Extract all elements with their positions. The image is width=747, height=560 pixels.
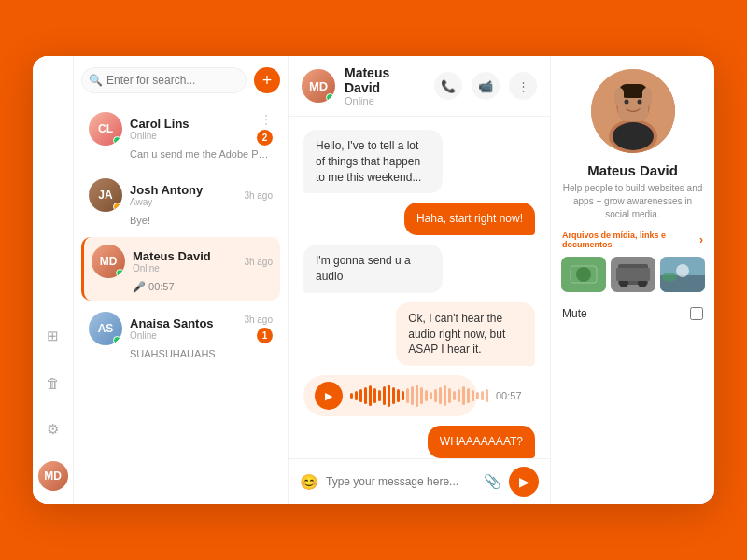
input-area: 😊 📎 ▶ (289, 458, 550, 504)
svg-point-5 (613, 122, 654, 150)
chat-meta-mateus: 3h ago (244, 257, 273, 267)
svg-rect-18 (616, 268, 650, 281)
profile-avatar (591, 69, 675, 153)
svg-point-7 (637, 100, 641, 105)
message-bubble-1: Hello, I've to tell a lot of things that… (303, 130, 443, 193)
chat-panel: MD Mateus David Online 📞 📹 ⋮ Hello, I've… (289, 56, 551, 504)
message-audio: ▶ 00:57 (303, 375, 535, 416)
profile-panel: Mateus David Help people to build websit… (551, 56, 714, 504)
thumb-svg-3 (660, 257, 705, 292)
icon-bar: ⊞ 🗑 ⚙ MD (33, 56, 74, 504)
audio-player: ▶ 00:57 (303, 375, 477, 416)
media-thumb-1 (561, 257, 606, 292)
media-link[interactable]: Arquivos de mídia, links e documentos › (562, 231, 703, 249)
chat-info-anaisa: Anaisa Santos Online (130, 316, 236, 341)
svg-rect-10 (642, 88, 652, 106)
message-5: WHAAAAAAAT? (303, 426, 535, 458)
more-icon-carol[interactable]: ⋮ (260, 112, 273, 127)
media-thumb-3 (660, 257, 705, 292)
chat-info-josh: Josh Antony Away (130, 183, 236, 207)
chat-header-info: Mateus David Online (345, 65, 425, 106)
emoji-icon: 😊 (300, 473, 318, 491)
avatar-josh: JA (89, 178, 122, 212)
svg-rect-9 (614, 88, 624, 106)
messages-area: Hello, I've to tell a lot of things that… (289, 117, 550, 458)
preview-anaisa: SUAHSUHAUAHS (89, 348, 273, 359)
message-bubble-5: WHAAAAAAAT? (428, 426, 535, 458)
mute-row: Mute (562, 307, 703, 320)
chat-meta-carol: ⋮ 2 (257, 112, 273, 146)
chat-item-mateus[interactable]: MD Mateus David Online 3h ago 🎤 00:57 (81, 237, 280, 301)
waveform (350, 385, 488, 407)
thumb-svg-2 (611, 257, 655, 292)
more-options-button[interactable]: ⋮ (509, 72, 537, 100)
profile-bio: Help people to build websites and apps +… (562, 182, 703, 221)
preview-josh: Bye! (89, 215, 273, 226)
chat-item-josh[interactable]: JA Josh Antony Away 3h ago Bye! (81, 171, 280, 233)
search-input[interactable] (81, 67, 247, 93)
svg-point-12 (576, 267, 591, 282)
chat-info-mateus: Mateus David Online (133, 249, 236, 273)
mute-label: Mute (562, 307, 587, 320)
avatar-carol: CL (89, 112, 122, 146)
chat-info-carol: Carol Lins Online (130, 117, 249, 141)
search-bar: 🔍 + (81, 67, 280, 93)
search-icon: 🔍 (89, 74, 103, 87)
message-2: Haha, start right now! (303, 203, 535, 235)
media-thumb-2 (611, 257, 655, 292)
thumb-svg-1 (561, 257, 606, 292)
chat-meta-josh: 3h ago (244, 190, 273, 201)
chat-item-carol[interactable]: CL Carol Lins Online ⋮ 2 Can u send me t… (81, 105, 280, 167)
chat-meta-anaisa: 3h ago 1 (244, 315, 273, 343)
message-bubble-4: Ok, I can't hear the audio right now, bu… (396, 302, 535, 366)
attach-button[interactable]: 📎 (484, 473, 501, 490)
avatar-anaisa: AS (89, 312, 122, 345)
preview-mateus: 🎤 00:57 (92, 281, 273, 293)
badge-anaisa: 1 (257, 328, 273, 343)
preview-carol: Can u send me the Adobe Password? (89, 148, 273, 160)
profile-name: Mateus David (587, 162, 678, 178)
media-link-label: Arquivos de mídia, links e documentos (562, 231, 699, 249)
play-button[interactable]: ▶ (315, 382, 343, 410)
chat-item-anaisa[interactable]: AS Anaisa Santos Online 3h ago 1 SUAHSUH… (81, 304, 280, 367)
video-button[interactable]: 📹 (472, 72, 500, 100)
profile-face-svg (591, 69, 675, 153)
chevron-right-icon: › (699, 233, 703, 246)
message-1: Hello, I've to tell a lot of things that… (303, 130, 535, 193)
avatar-mateus: MD (92, 245, 125, 278)
chat-header-status: Online (345, 95, 425, 106)
chat-header-name: Mateus David (345, 65, 425, 95)
svg-point-6 (624, 100, 628, 105)
add-contact-button[interactable]: + (254, 67, 280, 93)
chat-header: MD Mateus David Online 📞 📹 ⋮ (289, 56, 550, 117)
mute-checkbox[interactable] (690, 307, 703, 320)
app-container: ⊞ 🗑 ⚙ MD 🔍 + CL Carol Lins Onli (33, 56, 714, 504)
message-input[interactable] (326, 475, 476, 488)
media-thumbs (561, 257, 705, 292)
sidebar: 🔍 + CL Carol Lins Online ⋮ 2 (74, 56, 289, 504)
gallery-icon-btn[interactable]: ⊞ (38, 321, 68, 351)
chat-header-avatar: MD (302, 69, 335, 103)
trash-icon-btn[interactable]: 🗑 (38, 368, 68, 398)
message-bubble-2: Haha, start right now! (404, 203, 535, 235)
chat-header-actions: 📞 📹 ⋮ (434, 72, 537, 100)
phone-button[interactable]: 📞 (434, 72, 462, 100)
badge-carol: 2 (257, 130, 273, 146)
svg-point-22 (662, 273, 677, 282)
message-3: I'm gonna send u a audio (303, 245, 535, 293)
audio-time: 00:57 (496, 390, 522, 401)
message-4: Ok, I can't hear the audio right now, bu… (303, 302, 535, 366)
message-bubble-3: I'm gonna send u a audio (303, 245, 443, 293)
settings-icon-btn[interactable]: ⚙ (38, 414, 68, 444)
search-input-wrap: 🔍 (81, 67, 247, 93)
user-avatar-btn[interactable]: MD (38, 461, 68, 491)
svg-point-21 (676, 264, 689, 277)
send-button[interactable]: ▶ (509, 467, 539, 497)
